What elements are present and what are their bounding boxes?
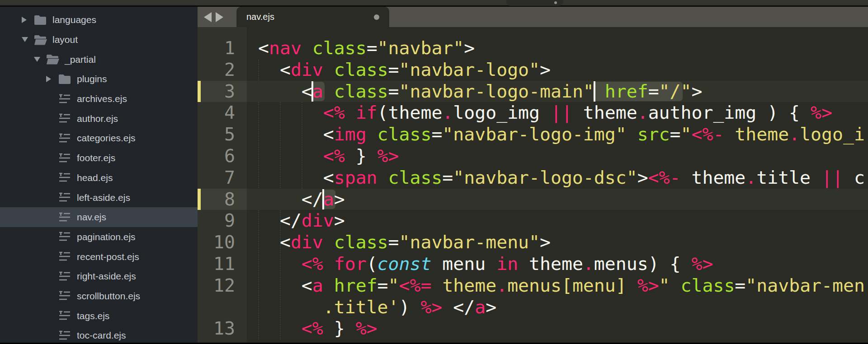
line-content: <% if(theme.logo_img || theme.author_img…	[247, 102, 868, 124]
token: <%	[323, 145, 345, 166]
tree-item-layout[interactable]: layout	[0, 30, 198, 50]
template-file-icon	[58, 152, 71, 164]
code-line-13[interactable]: 13 <% } %>	[198, 318, 868, 339]
line-content: </div>	[247, 210, 868, 232]
token: }	[323, 318, 356, 339]
tab-nav-ejs[interactable]: nav.ejs	[236, 7, 389, 27]
tree-item-scrollbutton-ejs[interactable]: scrollbutton.ejs	[0, 286, 198, 306]
line-number: 2	[198, 59, 247, 81]
template-file-icon	[58, 132, 71, 144]
line-number: 7	[198, 167, 247, 189]
token: >	[540, 232, 551, 252]
tree-item-label: author.ejs	[77, 114, 118, 123]
back-arrow-icon[interactable]	[204, 12, 212, 22]
modified-dot-icon[interactable]	[374, 14, 379, 20]
tree-item--partial[interactable]: _partial	[0, 49, 198, 69]
chevron-right-icon[interactable]	[22, 17, 33, 23]
token: theme	[431, 275, 496, 296]
token: =	[388, 81, 399, 102]
token: <	[258, 124, 334, 144]
token: <%=	[399, 275, 432, 296]
token: <	[258, 275, 312, 296]
token: <	[258, 232, 291, 252]
code-line-6[interactable]: 6 <% } %>	[198, 145, 868, 167]
token: class	[388, 167, 443, 188]
text-cursor	[594, 81, 595, 102]
token: <%	[302, 253, 323, 274]
tree-item-right-aside-ejs[interactable]: right-aside.ejs	[0, 266, 198, 286]
tree-item-head-ejs[interactable]: head.ejs	[0, 168, 198, 188]
tree-item-label: archives.ejs	[77, 94, 127, 103]
template-file-icon	[58, 230, 71, 243]
tree-item-left-aside-ejs[interactable]: left-aside.ejs	[0, 187, 198, 207]
chevron-down-icon[interactable]	[34, 57, 46, 62]
token: (	[367, 253, 377, 274]
token: "/"	[659, 81, 692, 102]
tree-item-label: left-aside.ejs	[77, 193, 130, 202]
file-explorer-sidebar: languageslayout_partialpluginsarchives.e…	[0, 7, 198, 343]
token: in	[496, 253, 518, 274]
code-line-1[interactable]: 1<nav class="navbar">	[198, 37, 868, 59]
tree-item-nav-ejs[interactable]: nav.ejs	[0, 207, 198, 227]
token	[258, 297, 323, 317]
code-line-12[interactable]: 12 <a href="<%= theme.menus[menu] %>" cl…	[198, 275, 868, 297]
code-line-2[interactable]: 2 <div class="navbar-logo">	[198, 59, 868, 81]
token: a	[312, 275, 323, 296]
line-content: <% } %>	[247, 318, 868, 339]
code-line-5[interactable]: 5 <img class="navbar-logo-img" src="<%- …	[198, 124, 868, 145]
token: %>	[420, 297, 442, 317]
token: menus[menu]	[507, 275, 637, 296]
tree-item-label: layout	[52, 35, 78, 44]
code-line-8[interactable]: 8 </a>	[198, 189, 868, 210]
code-editor-window: languageslayout_partialpluginsarchives.e…	[0, 0, 868, 344]
token: </	[442, 297, 475, 317]
text-cursor	[311, 81, 313, 102]
token	[258, 253, 302, 274]
code-line-9[interactable]: 9 </div>	[198, 210, 868, 232]
tree-item-tags-ejs[interactable]: tags.ejs	[0, 306, 198, 325]
tree-item-toc-card-ejs[interactable]: toc-card.ejs	[0, 325, 198, 343]
line-content: <a href="<%= theme.menus[menu] %>" class…	[247, 275, 868, 297]
line-number: 9	[198, 210, 247, 232]
token: ||	[821, 167, 843, 188]
code-area[interactable]: 1<nav class="navbar">2 <div class="navba…	[198, 27, 868, 343]
token: %>	[691, 253, 713, 274]
token	[323, 81, 334, 102]
token: =	[735, 275, 745, 296]
tree-item-languages[interactable]: languages	[0, 10, 198, 30]
tree-item-plugins[interactable]: plugins	[0, 69, 198, 89]
chevron-down-icon[interactable]	[22, 37, 33, 42]
tree-item-archives-ejs[interactable]: archives.ejs	[0, 89, 198, 109]
tree-item-footer-ejs[interactable]: footer.ejs	[0, 148, 198, 168]
forward-arrow-icon[interactable]	[216, 12, 223, 22]
code-line-3[interactable]: 3 <a class="navbar-logo-main" href="/">	[198, 81, 868, 102]
token: theme	[572, 102, 637, 123]
token: <	[258, 37, 269, 58]
file-tree: languageslayout_partialpluginsarchives.e…	[0, 7, 198, 343]
tab-label: nav.ejs	[236, 12, 274, 22]
chevron-right-icon[interactable]	[46, 76, 58, 82]
token	[367, 124, 377, 144]
template-file-icon	[58, 270, 71, 283]
code-line-7[interactable]: 7 <span class="navbar-logo-dsc"><%- them…	[198, 167, 868, 189]
token: ||	[551, 102, 572, 123]
tree-item-categories-ejs[interactable]: categories.ejs	[0, 128, 198, 148]
code-line-wrap[interactable]: .title') %> </a>	[198, 297, 868, 318]
tree-item-pagination-ejs[interactable]: pagination.ejs	[0, 227, 198, 247]
tree-item-recent-post-ejs[interactable]: recent-post.ejs	[0, 246, 198, 266]
code-line-10[interactable]: 10 <div class="navbar-menu">	[198, 232, 868, 253]
token: theme	[724, 124, 789, 144]
code-line-11[interactable]: 11 <% for(const menu in theme.menus) { %…	[198, 253, 868, 275]
token: a	[312, 81, 323, 102]
token: theme	[518, 253, 583, 274]
token: %>	[637, 275, 659, 296]
line-number: 5	[198, 124, 247, 145]
tree-item-author-ejs[interactable]: author.ejs	[0, 108, 198, 128]
code-line-4[interactable]: 4 <% if(theme.logo_img || theme.author_i…	[198, 102, 868, 124]
token: div	[302, 210, 334, 231]
token: div	[291, 232, 323, 252]
token: </	[258, 210, 302, 231]
token: nav	[269, 37, 302, 58]
token: "navbar-logo"	[399, 59, 540, 80]
template-file-icon	[58, 309, 71, 322]
